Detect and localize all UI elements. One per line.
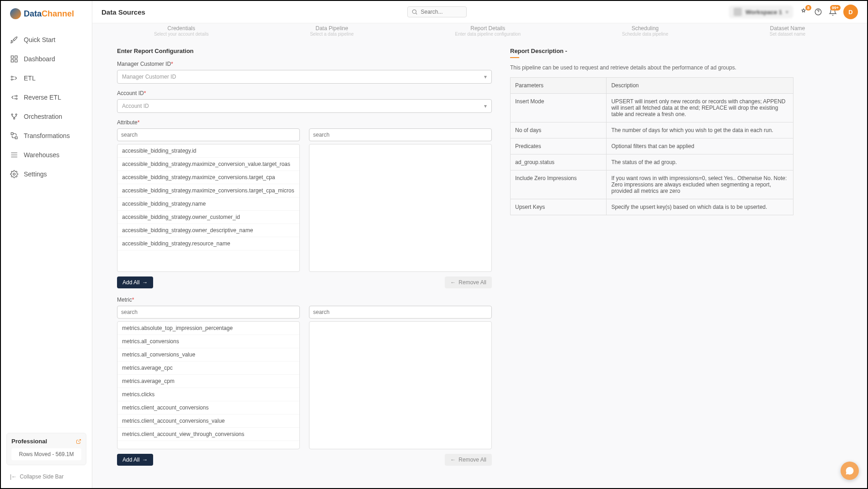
- metric-search-left[interactable]: [117, 306, 300, 319]
- table-row: Include Zero ImpressionsIf you want rows…: [511, 170, 793, 199]
- description-title: Report Description -: [510, 48, 793, 54]
- manager-customer-id-select[interactable]: Manager Customer ID ▾: [117, 70, 492, 84]
- external-link-icon: [76, 439, 81, 444]
- list-item[interactable]: metrics.client_account_conversions_value: [117, 415, 299, 428]
- parameters-table: Parameters Description Insert ModeUPSERT…: [510, 77, 793, 215]
- logo[interactable]: DataChannel: [1, 1, 92, 27]
- notifications-button[interactable]: 8: [799, 8, 808, 16]
- chevron-down-icon: ▾: [786, 9, 788, 15]
- collapse-icon: |←: [10, 473, 17, 480]
- rocket-icon: [10, 36, 18, 44]
- arrow-right-icon: →: [142, 279, 148, 286]
- list-item[interactable]: metrics.absolute_top_impression_percenta…: [117, 322, 299, 335]
- step-credentials[interactable]: Credentials Select your account details: [154, 25, 209, 37]
- chevron-down-icon: ▾: [484, 74, 487, 80]
- metric-remove-all-button[interactable]: ← Remove All: [445, 454, 492, 466]
- field-label: Manager Customer ID*: [117, 61, 492, 67]
- nav-etl[interactable]: ETL: [1, 69, 92, 88]
- arrow-right-icon: →: [142, 457, 148, 463]
- nav-label: ETL: [24, 74, 36, 82]
- list-item[interactable]: metrics.clicks: [117, 388, 299, 401]
- nav-orchestration[interactable]: Orchestration: [1, 107, 92, 126]
- transform-icon: [10, 132, 18, 140]
- collapse-sidebar[interactable]: |← Collapse Side Bar: [6, 471, 86, 483]
- svg-point-5: [11, 79, 12, 80]
- sidebar-footer: Professional Rows Moved - 569.1M |← Coll…: [1, 427, 92, 488]
- global-search[interactable]: [407, 6, 467, 17]
- list-item[interactable]: accessible_bidding_strategy.maximize_con…: [117, 171, 299, 184]
- svg-point-9: [16, 114, 17, 115]
- list-item[interactable]: accessible_bidding_strategy.name: [117, 197, 299, 211]
- plan-card[interactable]: Professional Rows Moved - 569.1M: [6, 433, 86, 465]
- nav-dashboard[interactable]: Dashboard: [1, 49, 92, 69]
- user-avatar[interactable]: D: [843, 5, 858, 19]
- list-item[interactable]: metrics.average_cpc: [117, 361, 299, 375]
- svg-point-10: [14, 118, 15, 119]
- nav-warehouses[interactable]: Warehouses: [1, 145, 92, 165]
- table-row: No of daysThe number of days for which y…: [511, 122, 793, 138]
- list-item[interactable]: metrics.all_conversions_value: [117, 348, 299, 361]
- field-label: Metric*: [117, 297, 492, 303]
- list-item[interactable]: metrics.average_cpm: [117, 375, 299, 388]
- gear-icon: [10, 170, 18, 178]
- attribute-available-list[interactable]: accessible_bidding_strategy.idaccessible…: [117, 144, 300, 272]
- arrow-left-icon: ←: [450, 279, 456, 286]
- nav-label: Orchestration: [24, 113, 62, 120]
- plan-rows: Rows Moved - 569.1M: [11, 448, 81, 460]
- workspace-icon: [734, 8, 742, 16]
- svg-rect-0: [11, 56, 13, 58]
- plan-name: Professional: [11, 438, 47, 445]
- nav-label: Quick Start: [24, 36, 55, 43]
- nav-transformations[interactable]: Transformations: [1, 126, 92, 145]
- nav-quick-start[interactable]: Quick Start: [1, 30, 92, 49]
- list-item[interactable]: accessible_bidding_strategy.maximize_con…: [117, 184, 299, 197]
- svg-point-7: [16, 98, 17, 100]
- list-item[interactable]: accessible_bidding_strategy.owner_custom…: [117, 211, 299, 224]
- metric-add-all-button[interactable]: Add All →: [117, 454, 153, 466]
- list-item[interactable]: metrics.all_conversions: [117, 335, 299, 348]
- nav-label: Reverse ETL: [24, 94, 61, 101]
- attribute-search-left[interactable]: [117, 128, 300, 141]
- attribute-selected-list[interactable]: [309, 144, 492, 272]
- step-report-details[interactable]: Report Details Enter data pipeline confi…: [455, 25, 521, 37]
- attribute-add-all-button[interactable]: Add All →: [117, 276, 153, 288]
- nav-settings[interactable]: Settings: [1, 165, 92, 184]
- nav-reverse-etl[interactable]: Reverse ETL: [1, 88, 92, 107]
- step-scheduling[interactable]: Scheduling Schedule data pipeline: [622, 25, 668, 37]
- list-item[interactable]: accessible_bidding_strategy.owner_descri…: [117, 224, 299, 237]
- reverse-flow-icon: [10, 93, 18, 101]
- alerts-button[interactable]: 99+: [829, 8, 837, 16]
- list-item[interactable]: accessible_bidding_strategy.id: [117, 144, 299, 158]
- workspace-dropdown[interactable]: Workspace 1 ▾: [729, 5, 793, 18]
- attribute-remove-all-button[interactable]: ← Remove All: [445, 276, 492, 288]
- svg-rect-12: [15, 137, 17, 139]
- help-button[interactable]: [814, 8, 822, 16]
- param-name: Insert Mode: [511, 94, 607, 122]
- logo-icon: [10, 8, 21, 19]
- field-label: Account ID*: [117, 90, 492, 96]
- nav-label: Transformations: [24, 132, 70, 139]
- metric-search-right[interactable]: [309, 306, 492, 319]
- list-item[interactable]: metrics.client_account_conversions: [117, 401, 299, 415]
- main-nav: Quick Start Dashboard ETL Reverse ETL Or…: [1, 27, 92, 427]
- svg-point-8: [11, 114, 13, 115]
- table-row: PredicatesOptional filters that can be a…: [511, 138, 793, 154]
- global-search-input[interactable]: [421, 9, 462, 15]
- section-title: Enter Report Configuration: [117, 48, 492, 54]
- field-metric: Metric* metrics.absolute_top_impression_…: [117, 297, 492, 466]
- list-item[interactable]: accessible_bidding_strategy.maximize_con…: [117, 158, 299, 171]
- metric-selected-list[interactable]: [309, 321, 492, 449]
- list-item[interactable]: accessible_bidding_strategy.resource_nam…: [117, 237, 299, 250]
- account-id-select[interactable]: Account ID ▾: [117, 99, 492, 113]
- content: Credentials Select your account details …: [92, 23, 867, 488]
- metric-available-list[interactable]: metrics.absolute_top_impression_percenta…: [117, 321, 300, 449]
- step-data-pipeline[interactable]: Data Pipeline Select a data pipeline: [310, 25, 354, 37]
- chevron-down-icon: ▾: [484, 103, 487, 109]
- step-dataset-name[interactable]: Dataset Name Set dataset name: [770, 25, 805, 37]
- nav-label: Dashboard: [24, 55, 55, 63]
- alerts-badge: 99+: [830, 5, 841, 11]
- field-account-id: Account ID* Account ID ▾: [117, 90, 492, 113]
- chat-button[interactable]: [841, 462, 859, 480]
- attribute-search-right[interactable]: [309, 128, 492, 141]
- list-item[interactable]: metrics.client_account_view_through_conv…: [117, 428, 299, 441]
